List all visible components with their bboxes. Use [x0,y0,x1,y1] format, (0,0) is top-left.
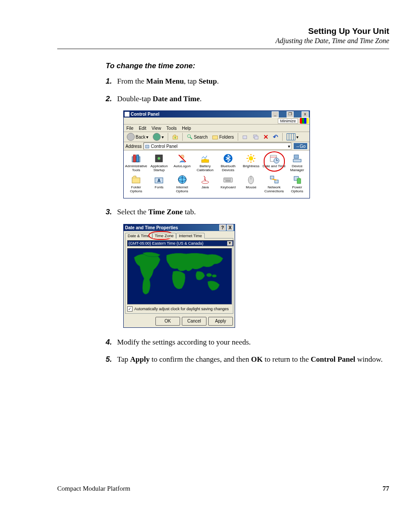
apply-button[interactable]: Apply [208,317,233,326]
svg-rect-45 [230,179,231,180]
step-number: 1. [106,76,117,87]
svg-rect-10 [136,155,139,162]
up-button[interactable] [171,133,180,140]
svg-line-25 [253,155,254,156]
checkbox-icon[interactable]: ✓ [127,306,133,312]
cancel-button[interactable]: Cancel [182,317,206,326]
menu-tools[interactable]: Tools [166,126,177,131]
section-title: To change the time zone: [106,62,389,70]
cp-item-autologon[interactable]: AutoLogon [171,153,194,172]
control-panel-screenshot: Control Panel _ ❐ x Minimize File Edit V… [123,110,389,198]
dt-tabs: Date & Time Time Zone Internet Time [124,231,235,238]
timezone-select[interactable]: (GMT-05:00) Eastern Time (US & Canada)▼ [127,240,234,246]
step-5: 5. Tap Apply to confirm the changes, and… [106,354,389,365]
svg-point-56 [206,273,212,277]
svg-rect-42 [226,179,227,180]
header-subtitle: Adjusting the Date, Time and Time Zone [57,37,389,45]
views-button[interactable]: ▾ [285,133,300,141]
step-3: 3. Select the Time Zone tab. [106,206,389,218]
svg-rect-4 [243,136,247,139]
cp-item-app-startup[interactable]: Application Startup [147,153,170,172]
cp-item-fonts[interactable]: AFonts [147,174,170,194]
ok-button[interactable]: OK [155,317,180,326]
cp-item-device-mgr[interactable]: Device Manager [286,153,309,172]
minimize-label[interactable]: Minimize [278,118,298,124]
cp-item-folder-opts[interactable]: Folder Options [125,174,147,194]
step-1: 1. From the Main Menu, tap Setup. [106,76,389,87]
header-divider [57,48,389,49]
svg-rect-33 [132,178,140,183]
cp-item-battery-cal[interactable]: Battery Calibration [194,153,217,172]
menu-help[interactable]: Help [182,126,191,131]
delete-button[interactable]: ✕ [262,133,270,141]
menu-view[interactable]: View [151,126,161,131]
svg-rect-41 [225,179,225,180]
cp-item-date-time[interactable]: Date and Time [263,153,286,172]
subbar: Minimize [124,117,309,125]
menu-edit[interactable]: Edit [139,126,146,131]
tab-internet-time[interactable]: Internet Time [176,233,205,238]
step-text: Double-tap Date and Time. [117,93,202,105]
window-icon [125,112,129,117]
svg-rect-32 [293,159,301,162]
step-2: 2. Double-tap Date and Time. [106,93,389,105]
close-button[interactable]: X [227,224,233,231]
undo-button[interactable]: ↶ [272,133,280,141]
go-button[interactable]: → Go [293,143,308,150]
dt-window-title: Date and Time Properties [125,225,178,230]
back-button[interactable]: Back▾ [125,132,150,141]
svg-rect-3 [213,136,217,139]
toolbar: Back▾ ▾ Search Folders ✕ ↶ ▾ [124,132,309,142]
menu-file[interactable]: File [126,126,133,131]
svg-line-22 [248,155,249,156]
search-button[interactable]: Search [185,133,209,140]
header-title: Setting Up Your Unit [57,26,389,36]
dt-titlebar: Date and Time Properties ? X [124,224,235,231]
svg-rect-31 [294,155,298,158]
minimize-button[interactable]: _ [272,111,279,117]
svg-line-2 [190,137,192,139]
svg-rect-46 [225,180,231,181]
move-to-button[interactable] [241,133,250,140]
folders-button[interactable]: Folders [211,133,235,140]
cp-item-bluetooth[interactable]: Bluetooth Devices [217,153,239,172]
copy-to-button[interactable] [251,133,260,140]
maximize-button[interactable]: ❐ [287,111,294,117]
step-number: 3. [106,206,117,218]
svg-line-51 [272,179,276,180]
cp-item-admin-tools[interactable]: Administrative Tools [125,153,147,172]
dst-label: Automatically adjust clock for daylight … [134,307,229,311]
titlebar: Control Panel _ ❐ x [124,111,309,117]
svg-rect-6 [255,136,258,139]
tab-time-zone[interactable]: Time Zone [152,233,177,238]
address-field[interactable]: Control Panel ▾ [144,143,291,150]
page-number: 77 [383,485,389,492]
close-button[interactable]: x [302,111,309,117]
world-map [127,248,232,305]
step-number: 2. [106,93,117,105]
forward-button[interactable]: ▾ [151,132,165,141]
footer-product: Compact Modular Platform [57,485,130,492]
cp-item-power-opts[interactable]: Power Options [286,174,309,194]
help-button[interactable]: ? [219,224,226,231]
cp-item-internet-opts[interactable]: Internet Options [171,174,194,194]
svg-rect-43 [227,179,228,180]
step-text: From the Main Menu, tap Setup. [117,76,219,87]
cp-item-keyboard[interactable]: Keyboard [217,174,239,194]
svg-rect-50 [275,180,278,183]
cp-item-network[interactable]: Network Connections [263,174,286,194]
svg-rect-40 [224,178,232,182]
cp-item-mouse[interactable]: Mouse [239,174,262,194]
step-4: 4. Modify the settings according to your… [106,337,389,348]
step-number: 4. [106,337,117,348]
svg-rect-7 [145,145,149,148]
svg-rect-54 [298,178,300,179]
dst-checkbox-row[interactable]: ✓ Automatically adjust clock for dayligh… [127,306,231,312]
svg-line-23 [253,161,254,161]
icon-grid: Administrative Tools Application Startup… [124,150,309,198]
svg-rect-15 [204,159,206,160]
svg-text:A: A [158,178,161,183]
cp-item-brightness[interactable]: Brightness [239,153,262,172]
tab-date-time[interactable]: Date & Time [125,233,152,238]
cp-item-java[interactable]: Java [194,174,217,194]
